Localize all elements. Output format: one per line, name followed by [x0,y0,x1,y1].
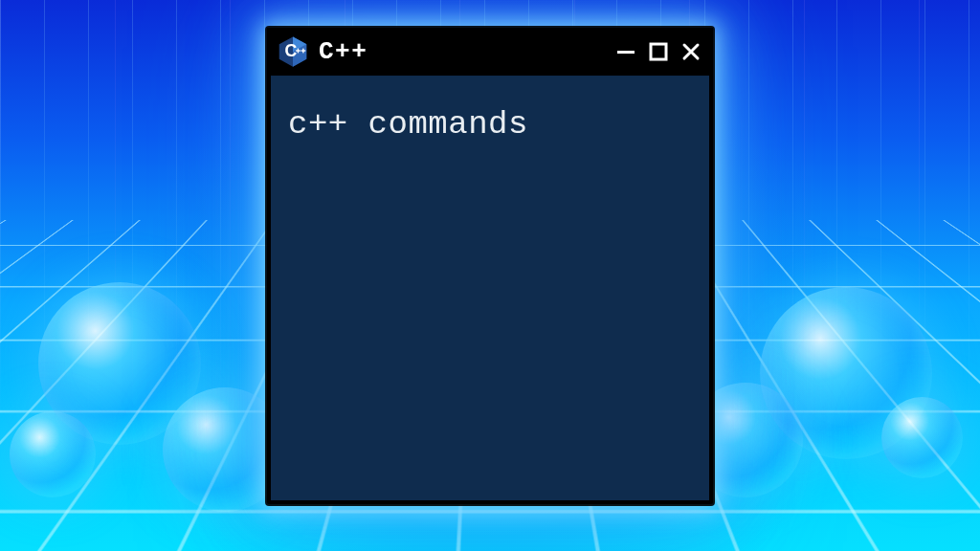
window-controls [613,39,703,64]
close-icon [680,41,702,62]
editor-content[interactable]: c++ commands [271,76,709,500]
svg-rect-8 [617,51,635,54]
minimize-icon [615,41,636,62]
close-button[interactable] [679,39,703,64]
terminal-window: C C++ c++ commands [267,28,713,504]
svg-rect-5 [296,50,301,51]
svg-text:C: C [285,41,298,60]
minimize-button[interactable] [613,39,638,64]
maximize-icon [648,41,669,62]
window-titlebar[interactable]: C C++ [267,28,713,76]
cpp-logo-icon: C [277,35,309,68]
svg-rect-9 [651,44,666,59]
background-orb [881,397,963,478]
background-orb [10,411,96,497]
maximize-button[interactable] [646,39,671,64]
window-title: C++ [319,37,368,66]
svg-rect-7 [301,50,306,51]
